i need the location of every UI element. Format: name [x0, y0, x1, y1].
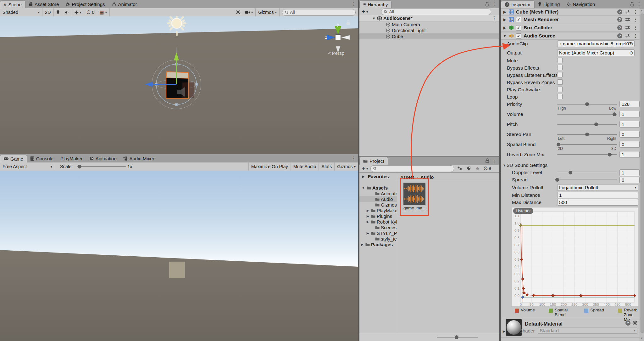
project-tree-item[interactable]: ▶ Packages — [359, 242, 397, 247]
project-tree-item[interactable]: ▶ PlayMaker — [359, 207, 397, 213]
tab-scene[interactable]: # Scene — [0, 0, 25, 8]
game-panel-menu-icon[interactable]: ⋮ — [348, 156, 358, 161]
scene-visibility-toggle[interactable]: ∅ 0 — [84, 8, 97, 16]
gear-icon[interactable] — [633, 321, 637, 325]
game-gizmos-dropdown[interactable]: Gizmos ▾ — [335, 162, 358, 171]
component-mesh-filter[interactable]: ▶ Cube (Mesh Filter) ? ⋮ — [501, 8, 640, 16]
search-by-type-icon[interactable] — [457, 166, 462, 171]
aspect-dropdown[interactable]: Free Aspect ▾ — [0, 162, 55, 171]
toggle-checkbox[interactable] — [557, 87, 563, 92]
help-icon[interactable]: ? — [617, 9, 622, 14]
project-tree-item[interactable]: Animation — [359, 190, 397, 196]
search-by-label-icon[interactable] — [466, 166, 471, 171]
inspector-menu-icon[interactable]: ⋮ — [634, 1, 644, 7]
foldout-icon[interactable]: ▶ — [366, 214, 370, 218]
hierarchy-item[interactable]: Directional Light — [359, 27, 499, 33]
audio-asset-tile[interactable]: game_ma... — [403, 183, 425, 210]
project-tree-item[interactable]: ▶ Robot Kyle — [359, 219, 397, 224]
tab-animation[interactable]: Animation — [86, 154, 120, 162]
toggle-2d-button[interactable]: 2D — [42, 8, 54, 16]
slider[interactable] — [557, 154, 617, 160]
breadcrumb-root[interactable]: Assets — [400, 174, 414, 180]
rolloff-graph[interactable]: 1.11.00.90.80.70.60.50.40.30.20.10.00501… — [512, 207, 638, 307]
project-tree-item[interactable]: Scenes — [359, 224, 397, 230]
favorites-filter-icon[interactable]: ★ — [475, 166, 480, 172]
inspector-scrollbar[interactable]: ▲ ▼ — [640, 9, 644, 341]
toggle-checkbox[interactable] — [557, 94, 563, 99]
audioclip-object-field[interactable]: ♪ game_maoudamashii_8_orgel07 ⊙ — [557, 40, 635, 47]
chevron-down-icon[interactable]: ▾ — [366, 10, 368, 14]
slider[interactable] — [557, 170, 617, 175]
scroll-up-icon[interactable]: ▲ — [641, 9, 643, 12]
mute-audio-button[interactable]: Mute Audio — [291, 162, 319, 171]
component-menu-icon[interactable]: ⋮ — [633, 25, 638, 31]
min-distance-field[interactable]: 1 — [557, 192, 638, 198]
object-picker-icon[interactable]: ⊙ — [629, 50, 633, 56]
chevron-down-icon[interactable]: ▾ — [366, 167, 368, 171]
scene-lighting-toggle[interactable] — [54, 8, 62, 16]
component-box-collider[interactable]: ▶ ✓ Box Collider ? ⋮ — [501, 24, 640, 31]
component-menu-icon[interactable]: ⋮ — [633, 17, 638, 22]
component-mesh-renderer[interactable]: ▶ ✓ Mesh Renderer ? ⋮ — [501, 16, 640, 23]
hierarchy-search-input[interactable]: All — [381, 9, 491, 15]
breadcrumb-current[interactable]: Audio — [420, 174, 434, 180]
slider[interactable]: High Low — [557, 103, 617, 110]
foldout-icon[interactable]: ▼ — [361, 186, 365, 190]
slider[interactable] — [557, 113, 617, 120]
project-tree-item[interactable]: ▶ Favorites — [359, 173, 397, 179]
output-object-field[interactable]: None (Audio Mixer Group) ⊙ — [557, 49, 635, 56]
toggle-checkbox[interactable] — [557, 72, 563, 77]
shader-dropdown[interactable]: Standard ▾ — [538, 327, 637, 334]
project-tree-item[interactable]: ▶ STYLY_Plu — [359, 230, 397, 236]
tab-navigation[interactable]: Navigation — [563, 0, 598, 8]
scene-header-row[interactable]: ▼ AudioScene* ⋮ — [359, 15, 499, 21]
scene-camera-dropdown[interactable]: ▾ — [243, 8, 256, 16]
foldout-icon[interactable]: ▼ — [502, 163, 506, 167]
tab-game[interactable]: Game — [0, 155, 27, 162]
object-picker-icon[interactable]: ⊙ — [629, 41, 633, 47]
hierarchy-item[interactable]: Main Camera — [359, 21, 499, 27]
project-tree-item[interactable]: ▶ Plugins — [359, 213, 397, 219]
persp-label[interactable]: < Persp — [319, 50, 353, 56]
hierarchy-lock-icon[interactable] — [485, 0, 489, 8]
scene-row-menu-icon[interactable]: ⋮ — [489, 15, 499, 21]
component-enabled-checkbox[interactable]: ✓ — [516, 17, 521, 22]
maximize-on-play-button[interactable]: Maximize On Play — [248, 162, 291, 171]
foldout-icon[interactable]: ▼ — [503, 34, 507, 38]
presets-icon[interactable] — [625, 17, 630, 22]
slider[interactable]: 2D 3D — [557, 144, 617, 150]
directional-light-gizmo[interactable] — [163, 16, 191, 42]
slider[interactable]: Left Right — [557, 134, 617, 140]
toggle-checkbox[interactable] — [557, 79, 563, 85]
scene-search-input[interactable]: All — [282, 9, 356, 16]
hierarchy-menu-icon[interactable]: ⋮ — [489, 1, 499, 7]
thumbnail-zoom-slider[interactable] — [437, 337, 478, 338]
foldout-icon[interactable]: ▶ — [366, 231, 370, 235]
project-tree-item[interactable]: Gizmos — [359, 202, 397, 207]
scene-audio-toggle[interactable] — [62, 8, 72, 16]
shading-mode-dropdown[interactable]: Shaded ▾ — [0, 8, 42, 16]
slider-value-field[interactable]: 1 — [619, 111, 640, 117]
add-asset-button[interactable]: + — [359, 165, 366, 172]
help-icon[interactable]: ? — [625, 321, 630, 326]
project-tree-item[interactable]: styly_temp — [359, 236, 397, 242]
presets-icon[interactable] — [625, 26, 630, 30]
foldout-icon[interactable]: ▶ — [503, 26, 507, 30]
component-audio-source[interactable]: ▼ ✓ Audio Source ? ⋮ — [501, 32, 640, 40]
scrollbar-thumb[interactable] — [641, 14, 644, 333]
component-enabled-checkbox[interactable]: ✓ — [516, 25, 521, 31]
component-enabled-checkbox[interactable]: ✓ — [516, 33, 521, 39]
slider-value-field[interactable]: 0 — [619, 131, 640, 138]
max-distance-field[interactable]: 500 — [557, 199, 638, 206]
scene-tools-button[interactable] — [233, 8, 243, 16]
foldout-icon[interactable]: ▼ — [372, 16, 376, 20]
foldout-icon[interactable]: ▶ — [503, 18, 507, 22]
scene-panel-menu-icon[interactable]: ⋮ — [348, 1, 358, 7]
project-lock-icon[interactable] — [485, 156, 489, 165]
sound-3d-foldout[interactable]: ▼ 3D Sound Settings — [501, 162, 640, 169]
help-icon[interactable]: ? — [617, 25, 622, 30]
tab-inspector[interactable]: i Inspector — [501, 0, 535, 8]
foldout-icon[interactable]: ▶ — [361, 175, 365, 178]
hidden-packages-icon[interactable]: ∅ — [484, 166, 488, 171]
selected-cube-gizmo[interactable] — [138, 47, 220, 123]
